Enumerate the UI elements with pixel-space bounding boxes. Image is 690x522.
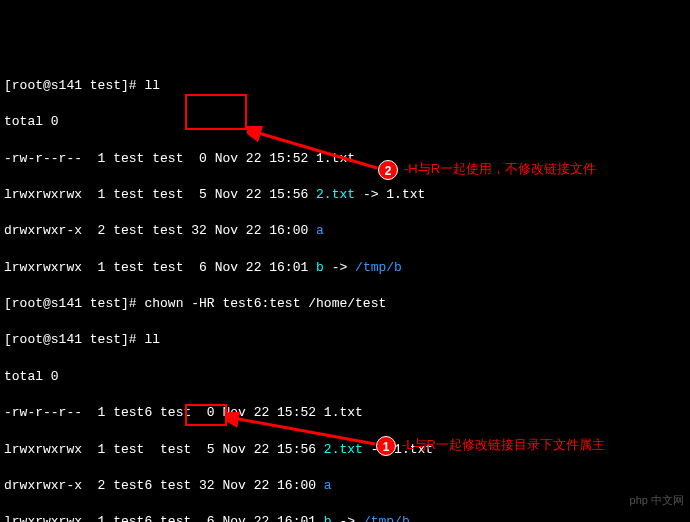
command: chown -HR test6:test /home/test	[144, 296, 386, 311]
prompt: [root@s141 test]#	[4, 296, 144, 311]
terminal-line: total 0	[4, 113, 686, 131]
annotation-text-1: -L与R一起修改链接目录下文件属主	[402, 436, 605, 454]
dir-name: a	[316, 223, 324, 238]
annotation-number-2: 2	[378, 160, 398, 180]
terminal-line: lrwxrwxrwx 1 test test 5 Nov 22 15:56 2.…	[4, 186, 686, 204]
terminal-line: drwxrwxr-x 2 test6 test 32 Nov 22 16:00 …	[4, 477, 686, 495]
annotation-number-1: 1	[376, 436, 396, 456]
symlink-name: b	[316, 260, 324, 275]
terminal-line: drwxrwxr-x 2 test test 32 Nov 22 16:00 a	[4, 222, 686, 240]
annotation-text-2: -H与R一起使用，不修改链接文件	[404, 160, 596, 178]
link-target: /tmp/b	[355, 260, 402, 275]
prompt: [root@s141 test]#	[4, 78, 144, 93]
terminal-line: [root@s141 test]# ll	[4, 77, 686, 95]
prompt: [root@s141 test]#	[4, 332, 144, 347]
symlink-name: 2.txt	[316, 187, 355, 202]
dir-name: a	[324, 478, 332, 493]
command: ll	[144, 332, 160, 347]
terminal-line: lrwxrwxrwx 1 test6 test 6 Nov 22 16:01 b…	[4, 513, 686, 522]
terminal-line: lrwxrwxrwx 1 test test 6 Nov 22 16:01 b …	[4, 259, 686, 277]
watermark: php 中文网	[630, 493, 684, 508]
terminal-line: -rw-r--r-- 1 test6 test 0 Nov 22 15:52 1…	[4, 404, 686, 422]
command: ll	[144, 78, 160, 93]
terminal-line: total 0	[4, 368, 686, 386]
symlink-name: b	[324, 514, 332, 522]
symlink-name: 2.txt	[324, 442, 363, 457]
terminal-line: [root@s141 test]# chown -HR test6:test /…	[4, 295, 686, 313]
link-target: /tmp/b	[363, 514, 410, 522]
terminal-line: [root@s141 test]# ll	[4, 331, 686, 349]
